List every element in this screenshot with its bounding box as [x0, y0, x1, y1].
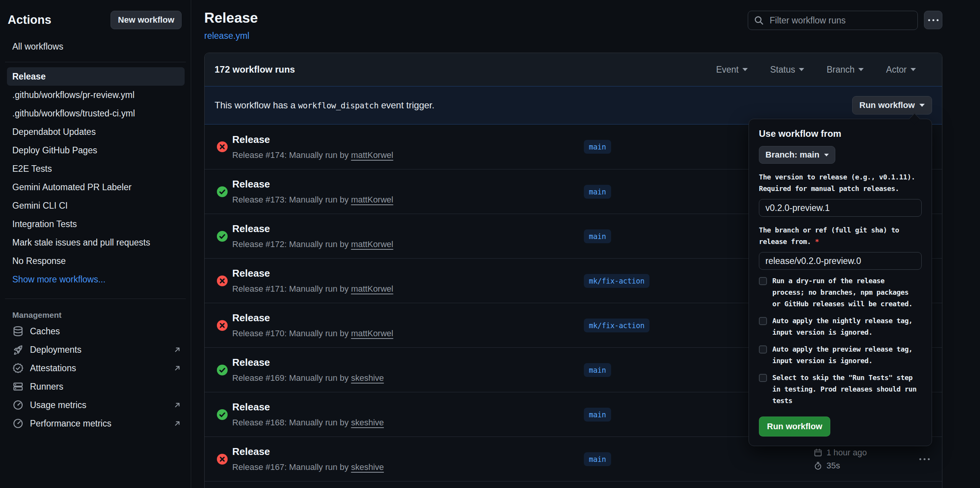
sidebar-item-gemini-cli-ci[interactable]: Gemini CLI CI [7, 196, 185, 215]
filter-label: Branch [826, 65, 854, 75]
run-description-text: Release #171: Manually run by [232, 284, 351, 294]
branch-badge[interactable]: main [584, 140, 611, 154]
run-kebab-button[interactable] [919, 458, 930, 460]
check-circle-fill-icon [217, 186, 228, 197]
workflow-file-link[interactable]: release.yml [204, 31, 250, 41]
run-actor-link[interactable]: skeshive [351, 418, 384, 427]
popover-checkbox-row-3: Auto apply the preview release tag,input… [759, 344, 922, 367]
run-actor-link[interactable]: skeshive [351, 373, 384, 383]
version-help-line: Required for manual patch releases. [759, 183, 922, 194]
run-description: Release #173: Manually run by mattKorwel [232, 195, 393, 205]
meter-icon [12, 399, 24, 411]
filter-actor-dropdown[interactable]: Actor [886, 65, 916, 75]
chevron-down-icon [911, 68, 916, 71]
filter-branch-dropdown[interactable]: Branch [826, 65, 864, 75]
run-title-link[interactable]: Release [232, 134, 393, 146]
run-workflow-dropdown-button[interactable]: Run workflow [852, 96, 932, 115]
sidebar-item-caches[interactable]: Caches [12, 322, 182, 340]
sidebar-item-label: Attestations [30, 363, 76, 373]
sidebar-item-release[interactable]: Release [7, 67, 185, 86]
sidebar-item-mark-stale-issues-and-pull-requests[interactable]: Mark stale issues and pull requests [7, 233, 185, 252]
required-asterisk: * [811, 237, 819, 246]
run-title-link[interactable]: Release [232, 357, 384, 368]
run-description-text: Release #167: Manually run by [232, 462, 351, 472]
filter-workflow-runs-input[interactable] [748, 11, 918, 30]
run-title-link[interactable]: Release [232, 223, 393, 235]
run-actor-link[interactable]: mattKorwel [351, 284, 393, 294]
run-title-link[interactable]: Release [232, 178, 393, 190]
run-duration: 35s [826, 461, 840, 471]
run-description-text: Release #168: Manually run by [232, 418, 351, 427]
branch-badge[interactable]: main [584, 185, 611, 199]
verified-icon [12, 362, 24, 374]
run-actor-link[interactable]: mattKorwel [351, 329, 393, 338]
run-time: 1 hour ago [826, 448, 867, 458]
sidebar-header: Actions New workflow [0, 0, 191, 29]
ref-help-line: The branch or ref (full git sha) to [759, 224, 922, 236]
checkbox-2[interactable] [759, 317, 767, 325]
run-title-link[interactable]: Release [232, 446, 384, 458]
run-actor-link[interactable]: mattKorwel [351, 239, 393, 249]
checkbox-3[interactable] [759, 345, 767, 354]
run-actor-link[interactable]: mattKorwel [351, 195, 393, 204]
branch-selector-button[interactable]: Branch: main [759, 146, 835, 164]
sidebar-item-deployments[interactable]: Deployments [12, 340, 182, 359]
sidebar-item-label: Deployments [30, 345, 81, 355]
sidebar-item-attestations[interactable]: Attestations [12, 359, 182, 377]
x-circle-fill-icon [217, 276, 228, 286]
run-title-link[interactable]: Release [232, 401, 384, 413]
page-title: Release [204, 10, 258, 26]
branch-badge[interactable]: mk/fix-action [584, 319, 649, 332]
run-main: ReleaseRelease #167: Manually run by ske… [232, 446, 384, 472]
sidebar-item-integration-tests[interactable]: Integration Tests [7, 215, 185, 233]
run-description: Release #171: Manually run by mattKorwel [232, 284, 393, 294]
kebab-icon [919, 458, 930, 460]
run-title-link[interactable]: Release [232, 267, 393, 279]
new-workflow-button[interactable]: New workflow [111, 11, 182, 29]
runs-filters: EventStatusBranchActor [716, 65, 931, 75]
workflow-options-kebab-button[interactable] [924, 11, 942, 29]
sidebar-item-usage-metrics[interactable]: Usage metrics [12, 396, 182, 414]
filter-status-dropdown[interactable]: Status [770, 65, 804, 75]
run-title-link[interactable]: Release [232, 312, 393, 324]
sidebar-item-performance-metrics[interactable]: Performance metrics [12, 414, 182, 433]
run-workflow-popover: Use workflow from Branch: main The versi… [749, 119, 932, 446]
sidebar-item-label: Runners [30, 382, 63, 392]
sidebar-item-dependabot-updates[interactable]: Dependabot Updates [7, 123, 185, 141]
sidebar-item-deploy-github-pages[interactable]: Deploy GitHub Pages [7, 141, 185, 159]
sidebar-item-github-workflows-trusted-ci-yml[interactable]: .github/workflows/trusted-ci.yml [7, 104, 185, 123]
branch-badge[interactable]: main [584, 363, 611, 377]
run-actor-link[interactable]: skeshive [351, 462, 384, 472]
show-more-workflows-link[interactable]: Show more workflows... [12, 270, 191, 289]
sidebar-item-e2e-tests[interactable]: E2E Tests [7, 159, 185, 178]
branch-badge[interactable]: mk/fix-action [584, 274, 649, 288]
check-circle-fill-icon [217, 231, 228, 242]
branch-badge[interactable]: main [584, 408, 611, 422]
management-list: CachesDeploymentsAttestationsRunnersUsag… [0, 322, 191, 433]
version-input[interactable] [759, 199, 922, 217]
branch-badge[interactable]: main [584, 452, 611, 466]
filter-event-dropdown[interactable]: Event [716, 65, 748, 75]
run-workflow-submit-button[interactable]: Run workflow [759, 417, 830, 437]
sidebar-item-all-workflows[interactable]: All workflows [12, 41, 191, 52]
run-actor-link[interactable]: mattKorwel [351, 150, 393, 160]
filter-input-wrap [748, 11, 918, 30]
chevron-down-icon [858, 68, 864, 71]
checkbox-1[interactable] [759, 277, 767, 285]
actions-sidebar: Actions New workflow All workflows Relea… [0, 0, 191, 488]
sidebar-item-no-response[interactable]: No Response [7, 252, 185, 270]
check-circle-fill-icon [217, 365, 228, 375]
ref-input[interactable] [759, 252, 922, 270]
run-main: ReleaseRelease #169: Manually run by ske… [232, 357, 384, 383]
sidebar-item-gemini-automated-pr-labeler[interactable]: Gemini Automated PR Labeler [7, 178, 185, 196]
x-circle-fill-icon [217, 141, 228, 152]
sidebar-item-github-workflows-pr-review-yml[interactable]: .github/workflows/pr-review.yml [7, 86, 185, 104]
run-description-text: Release #169: Manually run by [232, 373, 351, 383]
branch-badge[interactable]: main [584, 229, 611, 243]
calendar-icon [813, 448, 823, 457]
checkbox-label: Select to skip the "Run Tests" stepin te… [772, 372, 917, 407]
sidebar-item-label: Caches [30, 326, 60, 337]
checkbox-4[interactable] [759, 374, 767, 382]
run-description-text: Release #173: Manually run by [232, 195, 351, 204]
sidebar-item-runners[interactable]: Runners [12, 377, 182, 396]
